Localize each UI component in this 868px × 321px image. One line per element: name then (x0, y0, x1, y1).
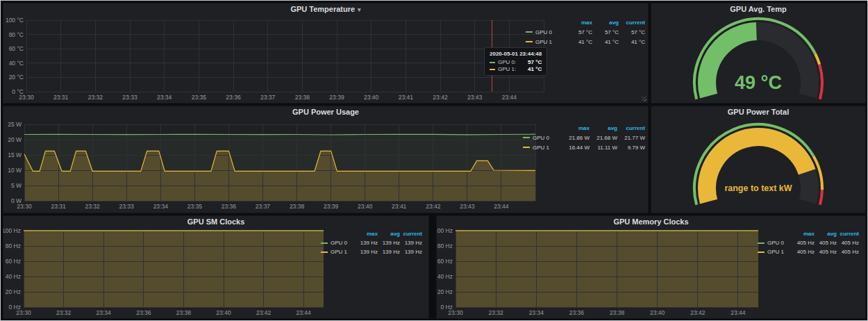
svg-text:15 W: 15 W (8, 151, 22, 158)
svg-text:23:40: 23:40 (364, 94, 379, 101)
legend-header-current[interactable]: current (400, 231, 422, 237)
panel-title-gpu-power-total[interactable]: GPU Power Total (651, 108, 865, 116)
panel-title-gpu-sm-clocks[interactable]: GPU SM Clocks (3, 217, 428, 226)
legend-header-avg[interactable]: avg (378, 231, 400, 237)
svg-text:23:42: 23:42 (433, 94, 448, 101)
legend-header-max[interactable]: max (356, 231, 378, 237)
svg-text:23:39: 23:39 (324, 203, 339, 210)
series-label: GPU 0 (533, 135, 549, 141)
series-label: GPU 1 (533, 145, 549, 151)
power-usage-chart[interactable]: 0 W5 W10 W15 W20 W25 W23:3023:3123:3223:… (3, 106, 648, 213)
series-label: GPU 1 (331, 249, 347, 255)
svg-text:23:35: 23:35 (192, 94, 207, 101)
tooltip-series-value: 41 °C (521, 66, 542, 72)
grafana-dashboard: { "colors": { "green": "#7eb26d", "yello… (0, 0, 868, 321)
series-color-swatch (523, 137, 530, 138)
temperature-legend: maxavgcurrentGPU 057 °C57 °C57 °CGPU 141… (526, 17, 645, 47)
series-color-swatch (321, 252, 328, 253)
tooltip-series-name: GPU 0: (498, 59, 516, 65)
legend-value: 57 °C (619, 29, 645, 35)
legend-series-gpu-1[interactable]: GPU 1 (321, 249, 356, 255)
chevron-down-icon: ▾ (358, 6, 361, 13)
legend-value: 405 Hz (792, 249, 815, 255)
svg-text:23:39: 23:39 (329, 94, 344, 101)
panel-title-gpu-power-usage[interactable]: GPU Power Usage (3, 108, 648, 116)
svg-text:23:31: 23:31 (53, 94, 69, 101)
svg-text:40 Hz: 40 Hz (437, 273, 453, 280)
series-label: GPU 0 (767, 240, 784, 246)
panel-gpu-memory-clocks: GPU Memory Clocks 0 Hz20 Hz40 Hz60 Hz80 … (436, 215, 866, 319)
legend-header-avg[interactable]: avg (590, 125, 617, 131)
panel-title-text: GPU Temperature (290, 5, 355, 13)
svg-text:23:34: 23:34 (529, 309, 544, 316)
tooltip-series-row: GPU 1:41 °C (490, 66, 542, 72)
legend-series-gpu-1[interactable]: GPU 1 (758, 249, 792, 255)
legend-value: 9.79 W (617, 145, 645, 151)
legend-series-gpu-0[interactable]: GPU 0 (758, 240, 792, 246)
series-label: GPU 1 (767, 249, 784, 255)
series-label: GPU 0 (535, 29, 552, 35)
legend-series-gpu-0[interactable]: GPU 0 (321, 240, 356, 246)
legend-value: 139 Hz (356, 249, 378, 255)
legend-header-avg[interactable]: avg (815, 231, 837, 237)
svg-text:23:38: 23:38 (610, 309, 625, 316)
legend-header-avg[interactable]: avg (592, 19, 619, 26)
legend-series-gpu-0[interactable]: GPU 0 (523, 135, 562, 141)
legend-series-gpu-0[interactable]: GPU 0 (526, 29, 566, 35)
gauge-value-text: 49 °C (651, 72, 865, 94)
svg-text:23:42: 23:42 (256, 309, 272, 316)
panel-title-text: GPU SM Clocks (187, 217, 245, 226)
series-color-swatch (523, 147, 530, 148)
legend-header-current[interactable]: current (837, 231, 859, 237)
panel-gpu-avg-temp: GPU Avg. Temp 49 °C (651, 3, 866, 104)
panel-title-text: GPU Power Usage (292, 108, 359, 116)
panel-title-gpu-temperature[interactable]: GPU Temperature▾ (3, 5, 648, 13)
svg-text:23:38: 23:38 (290, 203, 305, 210)
svg-text:23:36: 23:36 (136, 309, 151, 316)
svg-text:23:34: 23:34 (153, 203, 169, 210)
legend-value: 21.77 W (617, 135, 645, 141)
svg-text:23:37: 23:37 (256, 203, 271, 210)
legend-header-current[interactable]: current (619, 19, 645, 26)
legend-header-current[interactable]: current (617, 125, 645, 131)
svg-text:23:33: 23:33 (119, 203, 135, 210)
legend-value: 139 Hz (378, 240, 400, 246)
panel-resize-handle[interactable] (642, 97, 646, 101)
panel-title-text: GPU Power Total (728, 108, 789, 116)
svg-text:80 Hz: 80 Hz (437, 242, 453, 249)
sm-clocks-legend: maxavgcurrentGPU 0139 Hz139 Hz139 HzGPU … (321, 229, 422, 256)
power-legend: maxavgcurrentGPU 021.86 W21.68 W21.77 WG… (523, 123, 645, 152)
svg-text:23:44: 23:44 (502, 94, 517, 101)
svg-text:23:36: 23:36 (222, 203, 237, 210)
svg-text:23:42: 23:42 (426, 203, 441, 210)
series-color-swatch (490, 62, 495, 63)
svg-text:100 °C: 100 °C (6, 17, 24, 24)
panel-gpu-power-total: GPU Power Total range to text kW (651, 106, 866, 213)
svg-text:25 W: 25 W (8, 121, 22, 128)
legend-series-gpu-1[interactable]: GPU 1 (526, 39, 566, 45)
legend-series-gpu-1[interactable]: GPU 1 (523, 145, 562, 151)
panel-title-text: GPU Memory Clocks (613, 217, 688, 226)
svg-text:10 W: 10 W (8, 167, 22, 174)
svg-text:23:31: 23:31 (51, 203, 66, 210)
legend-header-max[interactable]: max (792, 231, 815, 237)
legend-value: 16.44 W (562, 145, 590, 151)
svg-text:23:42: 23:42 (690, 309, 706, 316)
legend-header-max[interactable]: max (562, 125, 590, 131)
series-color-swatch (758, 252, 765, 253)
panel-title-gpu-memory-clocks[interactable]: GPU Memory Clocks (437, 217, 865, 226)
series-color-swatch (526, 41, 533, 42)
svg-text:23:43: 23:43 (467, 94, 483, 101)
svg-text:20 °C: 20 °C (9, 74, 24, 81)
legend-value: 41 °C (566, 39, 592, 45)
svg-text:23:40: 23:40 (358, 203, 373, 210)
svg-text:40 °C: 40 °C (9, 60, 24, 67)
legend-value: 21.86 W (562, 135, 590, 141)
tooltip-series-name: GPU 1: (498, 66, 516, 72)
legend-value: 41 °C (619, 39, 645, 45)
panel-title-gpu-avg-temp[interactable]: GPU Avg. Temp (651, 5, 865, 13)
svg-text:23:44: 23:44 (494, 203, 509, 210)
svg-text:23:32: 23:32 (88, 94, 103, 101)
series-color-swatch (490, 69, 495, 70)
legend-header-max[interactable]: max (566, 19, 592, 26)
